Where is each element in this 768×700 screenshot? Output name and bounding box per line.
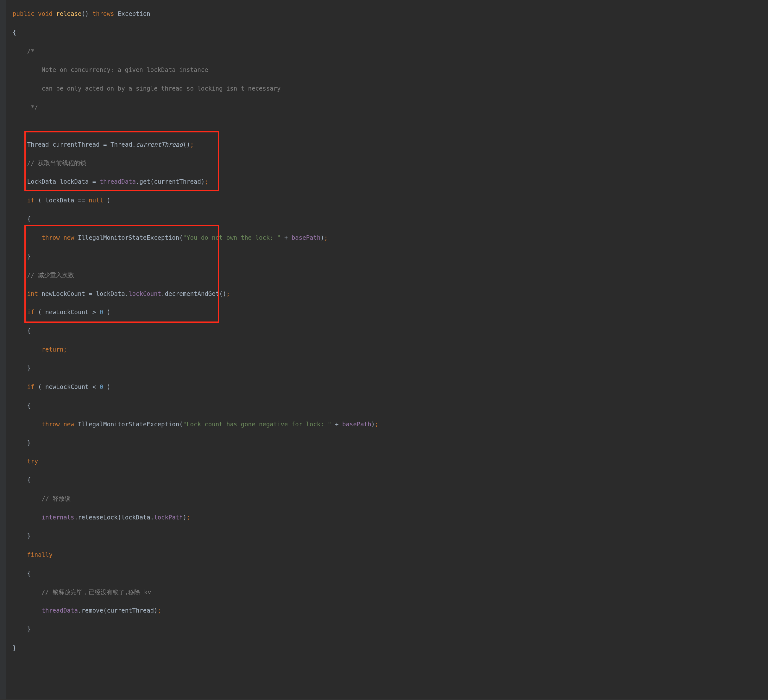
dot: .: [132, 141, 136, 148]
ident-currentThread: currentThread: [154, 178, 201, 185]
lparen: (: [118, 514, 121, 521]
code-line[interactable]: [13, 121, 768, 130]
keyword-new: new: [63, 421, 74, 428]
block-comment-open: /*: [27, 48, 35, 54]
rbrace: }: [27, 253, 31, 260]
code-line[interactable]: if ( newLockCount < 0 ): [13, 382, 768, 391]
rparen: ): [320, 234, 324, 241]
code-line[interactable]: try: [13, 457, 768, 466]
code-line[interactable]: /*: [13, 46, 768, 56]
rparen: ): [85, 10, 89, 17]
code-line[interactable]: // 锁释放完毕，已经没有锁了,移除 kv: [13, 588, 768, 597]
number-zero: 0: [100, 383, 103, 390]
lbrace: {: [27, 402, 31, 409]
code-line[interactable]: can be only acted on by a single thread …: [13, 84, 768, 93]
number-zero: 0: [100, 309, 103, 316]
ident-currentThread: currentThread: [107, 607, 154, 614]
code-editor[interactable]: public void release() throws Exception {…: [0, 0, 768, 699]
code-line[interactable]: }: [13, 643, 768, 652]
rparen: ): [371, 421, 375, 428]
code-line[interactable]: if ( lockData == null ): [13, 196, 768, 205]
code-line[interactable]: {: [13, 28, 768, 37]
lbrace: {: [27, 570, 31, 577]
type-thread: Thread: [27, 141, 49, 148]
block-comment-line: can be only acted on by a single thread …: [27, 85, 281, 92]
keyword-if: if: [27, 309, 35, 316]
code-line[interactable]: {: [13, 569, 768, 578]
line-comment: // 减少重入次数: [27, 271, 74, 279]
code-line[interactable]: throw new IllegalMonitorStateException("…: [13, 233, 768, 242]
code-line[interactable]: {: [13, 476, 768, 485]
call-decrementAndGet: decrementAndGet: [165, 290, 219, 297]
call-remove: remove: [82, 607, 103, 614]
code-line[interactable]: {: [13, 326, 768, 335]
keyword-throw: throw: [42, 234, 60, 241]
type-imse: IllegalMonitorStateException: [78, 421, 179, 428]
method-name-release: release: [56, 10, 82, 17]
code-line[interactable]: // 减少重入次数: [13, 271, 768, 280]
keyword-void: void: [38, 10, 53, 17]
lparen: (: [219, 290, 222, 297]
code-line[interactable]: LockData lockData = threadData.get(curre…: [13, 177, 768, 186]
code-line[interactable]: */: [13, 103, 768, 112]
block-comment-close: */: [27, 104, 38, 111]
code-line[interactable]: int newLockCount = lockData.lockCount.de…: [13, 289, 768, 298]
code-line[interactable]: }: [13, 625, 768, 634]
keyword-int: int: [27, 290, 38, 297]
keyword-if: if: [27, 383, 35, 390]
lbrace: {: [13, 29, 16, 36]
code-line[interactable]: {: [13, 215, 768, 224]
rparen: ): [183, 514, 186, 521]
code-line[interactable]: // 获取当前线程的锁: [13, 159, 768, 168]
code-line[interactable]: Note on concurrency: a given lockData in…: [13, 65, 768, 74]
lparen: (: [38, 383, 42, 390]
code-line[interactable]: }: [13, 532, 768, 541]
ident-lockData: lockData: [121, 514, 150, 521]
code-line[interactable]: Thread currentThread = Thread.currentThr…: [13, 140, 768, 149]
code-line[interactable]: {: [13, 401, 768, 410]
lparen: (: [38, 197, 42, 203]
ident-lockData: lockData: [60, 178, 89, 185]
lbrace: {: [27, 215, 31, 223]
code-line[interactable]: }: [13, 364, 768, 373]
op-eqeq: ==: [78, 197, 85, 203]
keyword-throws: throws: [93, 10, 114, 17]
semi: ;: [226, 290, 230, 297]
code-line[interactable]: }: [13, 252, 768, 261]
lparen: (: [179, 421, 182, 428]
field-basePath: basePath: [291, 234, 321, 241]
code-line[interactable]: if ( newLockCount > 0 ): [13, 308, 768, 317]
static-call-currentThread: currentThread: [136, 141, 183, 148]
keyword-if: if: [27, 197, 35, 203]
code-line[interactable]: throw new IllegalMonitorStateException("…: [13, 420, 768, 429]
code-area[interactable]: public void release() throws Exception {…: [0, 0, 768, 699]
code-line[interactable]: return;: [13, 345, 768, 354]
op-eq: =: [93, 178, 96, 185]
op-eq: =: [103, 141, 107, 148]
string-literal: "Lock count has gone negative for lock: …: [183, 421, 331, 428]
rparen: ): [107, 197, 110, 203]
rparen: ): [186, 141, 190, 148]
semi: ;: [324, 234, 328, 241]
keyword-finally: finally: [27, 551, 53, 558]
code-line[interactable]: // 释放锁: [13, 494, 768, 503]
code-line[interactable]: threadData.remove(currentThread);: [13, 606, 768, 615]
call-get: get: [139, 178, 150, 185]
code-line[interactable]: finally: [13, 550, 768, 559]
op-gt: >: [93, 309, 96, 316]
field-lockCount: lockCount: [128, 290, 161, 297]
field-internals: internals: [42, 514, 74, 521]
semi: ;: [190, 141, 194, 148]
code-line[interactable]: }: [13, 438, 768, 448]
code-line[interactable]: internals.releaseLock(lockData.lockPath)…: [13, 513, 768, 522]
code-line[interactable]: public void release() throws Exception: [13, 9, 768, 18]
type-imse: IllegalMonitorStateException: [78, 234, 179, 241]
ident-newLockCount: newLockCount: [42, 290, 85, 297]
type-lockdata: LockData: [27, 178, 56, 185]
field-lockPath: lockPath: [154, 514, 183, 521]
dot: .: [78, 607, 82, 614]
op-plus: +: [335, 421, 338, 428]
dot: .: [74, 514, 78, 521]
semi: ;: [63, 346, 67, 353]
line-comment: // 释放锁: [42, 495, 70, 502]
